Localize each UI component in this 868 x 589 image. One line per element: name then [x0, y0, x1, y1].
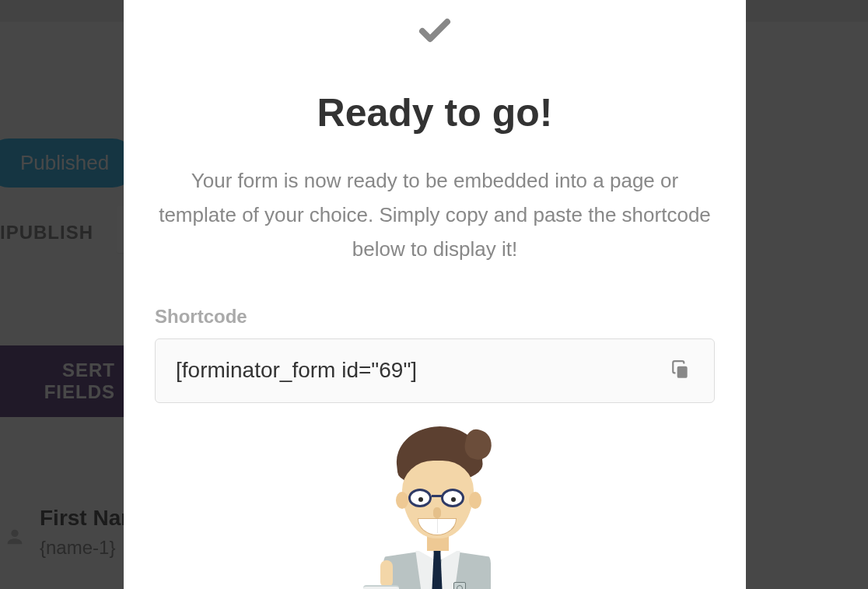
ready-modal: Ready to go! Your form is now ready to b… — [124, 0, 746, 589]
shortcode-label: Shortcode — [155, 306, 715, 328]
modal-description: Your form is now ready to be embedded in… — [155, 163, 715, 267]
modal-title: Ready to go! — [155, 90, 715, 135]
shortcode-box: [forminator_form id="69"] — [155, 338, 715, 403]
copy-shortcode-button[interactable] — [667, 356, 694, 385]
shortcode-value[interactable]: [forminator_form id="69"] — [176, 358, 652, 383]
copy-icon — [670, 370, 691, 382]
check-icon — [155, 11, 715, 48]
svg-rect-0 — [677, 366, 688, 377]
mascot-illustration — [155, 426, 715, 589]
